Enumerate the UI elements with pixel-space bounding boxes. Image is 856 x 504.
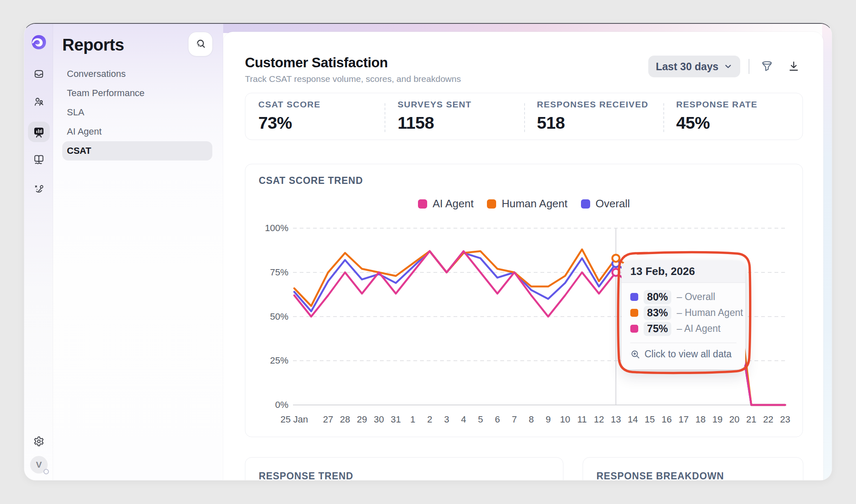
gear-icon[interactable] (33, 436, 44, 447)
x-axis-label: 7 (512, 414, 517, 425)
plant-icon[interactable] (33, 183, 44, 194)
x-axis-label: 1 (410, 414, 415, 425)
tooltip-separator (630, 343, 736, 344)
tooltip-date: 13 Feb, 2026 (622, 261, 745, 283)
legend-label: AI Agent (433, 197, 474, 210)
x-axis-label: 22 (763, 414, 773, 425)
stat-csat-score: CSAT SCORE73% (245, 93, 385, 140)
hover-marker-ai-agent (612, 269, 619, 276)
legend-swatch (487, 199, 496, 209)
zoom-in-icon (630, 349, 640, 359)
tooltip-value: 75% (644, 322, 671, 336)
tooltip-row-ai-agent: 75%– AI Agent (630, 321, 736, 337)
sidebar-item-reports-active[interactable] (28, 122, 50, 142)
card-title: RESPONSE BREAKDOWN (596, 471, 790, 481)
date-range-button[interactable]: Last 30 days (648, 56, 740, 77)
nav-item-team-performance[interactable]: Team Performance (62, 84, 212, 103)
x-axis-label: 31 (391, 414, 401, 425)
x-axis-label: 10 (560, 414, 570, 425)
tooltip-swatch (630, 309, 638, 317)
stat-response-rate: RESPONSE RATE45% (663, 93, 802, 140)
stat-value: 45% (676, 113, 802, 133)
brand-logo[interactable] (31, 34, 47, 50)
stat-responses-received: RESPONSES RECEIVED518 (524, 93, 663, 140)
download-button[interactable] (785, 57, 803, 76)
x-axis-label: 29 (357, 414, 367, 425)
x-axis-label: 9 (545, 414, 550, 425)
controls-divider (749, 59, 749, 74)
legend-item-ai-agent[interactable]: AI Agent (418, 197, 474, 210)
tooltip-label: – Human Agent (677, 307, 743, 318)
tooltip-row-overall: 80%– Overall (630, 289, 736, 305)
legend-item-human-agent[interactable]: Human Agent (487, 197, 568, 210)
filter-button[interactable] (758, 57, 776, 76)
ai-search-button[interactable] (188, 32, 213, 56)
csat-trend-card: CSAT SCORE TREND AI AgentHuman AgentOver… (245, 164, 803, 437)
stat-label: RESPONSE RATE (676, 99, 802, 109)
chevron-down-icon (724, 62, 733, 71)
x-axis-label: 23 (780, 414, 790, 425)
x-axis-label: 18 (696, 414, 706, 425)
search-bolt-icon (194, 38, 207, 51)
tooltip-action-label: Click to view all data (645, 349, 731, 360)
x-axis-label: 30 (374, 414, 384, 425)
stat-value: 518 (537, 113, 663, 133)
x-axis-label: 3 (444, 414, 449, 425)
x-axis-label: 5 (478, 414, 483, 425)
stat-surveys-sent: SURVEYS SENT1158 (385, 93, 524, 140)
nav-item-ai-agent[interactable]: AI Agent (62, 122, 212, 141)
panel-title: Reports (62, 36, 124, 54)
tooltip-value: 83% (644, 306, 671, 320)
avatar-initial: V (36, 460, 42, 470)
page-header: Customer Satisfaction Track CSAT respons… (245, 56, 803, 84)
nav-item-sla[interactable]: SLA (62, 103, 212, 122)
avatar[interactable]: V (30, 456, 48, 473)
hover-marker-human-agent (612, 255, 619, 262)
nav-item-conversations[interactable]: Conversations (62, 64, 212, 84)
x-axis-label: 17 (678, 414, 688, 425)
inbox-icon[interactable] (33, 69, 44, 79)
x-axis-label: 12 (594, 414, 604, 425)
y-axis-label: 0% (275, 400, 288, 410)
book-icon[interactable] (33, 154, 44, 165)
reports-panel: Reports ConversationsTeam PerformanceSLA… (53, 24, 223, 480)
x-axis-label: 28 (340, 414, 350, 425)
presentation-chart-icon (33, 126, 45, 138)
window-right-gradient (822, 24, 832, 480)
stat-label: CSAT SCORE (258, 99, 385, 109)
tooltip-swatch (630, 325, 638, 333)
stat-label: RESPONSES RECEIVED (537, 99, 663, 109)
page-title: Customer Satisfaction (245, 56, 461, 70)
x-axis-label: 21 (746, 414, 756, 425)
page-subtitle: Track CSAT response volume, scores, and … (245, 74, 461, 84)
bottom-cards: RESPONSE TRENDRESPONSE BREAKDOWN (245, 457, 803, 481)
y-axis-label: 100% (265, 223, 288, 233)
tooltip-label: – AI Agent (677, 323, 721, 334)
nav-item-csat[interactable]: CSAT (62, 141, 212, 160)
legend-swatch (581, 199, 590, 209)
card-title: RESPONSE TREND (259, 471, 550, 481)
users-icon[interactable] (33, 97, 44, 107)
app-window: V Reports ConversationsTeam PerformanceS… (24, 23, 832, 481)
x-axis-label: 20 (729, 414, 739, 425)
tooltip-action[interactable]: Click to view all data (630, 349, 736, 360)
legend-swatch (418, 199, 427, 209)
y-axis-label: 50% (270, 311, 288, 321)
x-axis-label: 25 Jan (280, 414, 308, 425)
icon-rail: V (24, 24, 53, 480)
tooltip-row-human-agent: 83%– Human Agent (630, 305, 736, 321)
legend-item-overall[interactable]: Overall (581, 197, 630, 210)
y-axis-label: 75% (270, 267, 288, 277)
tooltip-body: 80%– Overall83%– Human Agent75%– AI Agen… (622, 283, 745, 360)
x-axis-label: 6 (495, 414, 500, 425)
x-axis-label: 27 (323, 414, 333, 425)
stat-value: 73% (258, 113, 385, 133)
legend-label: Human Agent (502, 197, 568, 210)
x-axis-label: 8 (529, 414, 534, 425)
y-axis-label: 25% (270, 355, 288, 366)
x-axis-label: 4 (461, 414, 466, 425)
x-axis-label: 15 (645, 414, 655, 425)
x-axis-label: 2 (427, 414, 432, 425)
x-axis-label: 19 (712, 414, 722, 425)
stat-label: SURVEYS SENT (397, 99, 524, 109)
